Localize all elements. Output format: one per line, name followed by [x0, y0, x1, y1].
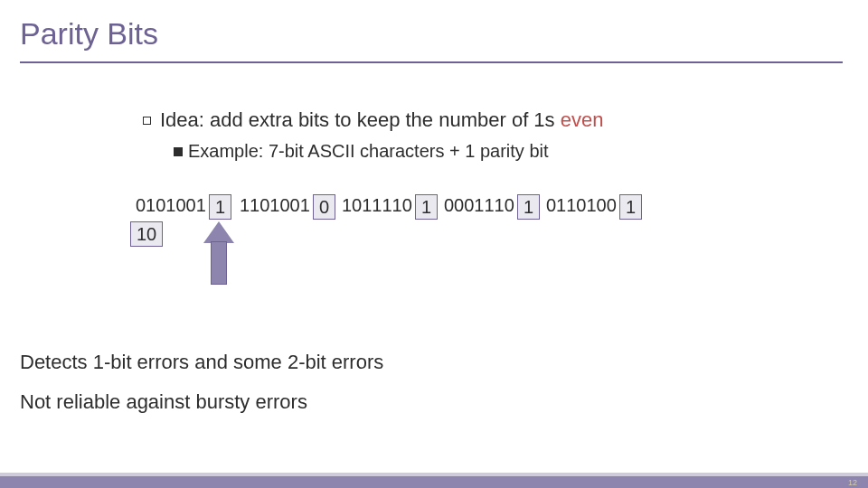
bits-group-3-data: 0001110 — [444, 195, 514, 216]
bits-group-2-data: 1011110 — [342, 195, 412, 216]
arrow-head-icon — [203, 221, 234, 243]
example-sub-bullet: Example: 7-bit ASCII characters + 1 pari… — [174, 141, 549, 162]
overflow-box: 10 — [130, 221, 163, 247]
footer-bar — [0, 476, 868, 488]
idea-accent: even — [561, 108, 604, 131]
note-line-2: Not reliable against bursty errors — [20, 390, 307, 414]
parity-box-0: 1 — [209, 194, 231, 220]
bits-line: 0101001 — [136, 195, 206, 216]
parity-box-1: 0 — [313, 194, 335, 220]
idea-text: Idea: add extra bits to keep the number … — [160, 108, 561, 131]
arrow-shaft-icon — [211, 241, 227, 285]
slide-title: Parity Bits — [20, 16, 158, 52]
bits-group-1-data: 1101001 — [240, 195, 310, 216]
example-label: Example: — [188, 141, 263, 161]
note-line-1: Detects 1-bit errors and some 2-bit erro… — [20, 351, 383, 374]
parity-box-4: 1 — [619, 194, 642, 220]
slide-number: 12 — [848, 478, 857, 487]
filled-square-bullet-icon — [174, 147, 183, 156]
title-underline — [20, 61, 843, 63]
bits-group-0-data: 0101001 — [136, 195, 206, 215]
parity-box-3: 1 — [517, 194, 540, 220]
bits-group-4-data: 0110100 — [546, 195, 617, 216]
idea-bullet: Idea: add extra bits to keep the number … — [143, 108, 603, 132]
example-rest: 7-bit ASCII characters + 1 parity bit — [263, 141, 548, 161]
up-arrow-icon — [203, 221, 234, 285]
parity-box-2: 1 — [415, 194, 438, 220]
square-bullet-icon — [143, 117, 151, 125]
